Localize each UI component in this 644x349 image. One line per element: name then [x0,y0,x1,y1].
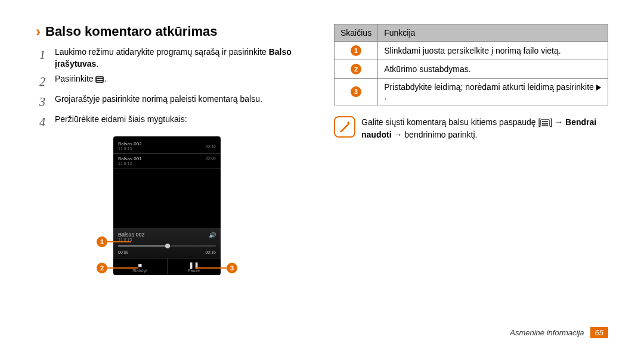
row3-text-b: . [384,92,386,101]
table-row: 2 Atkūrimo sustabdymas. [335,60,608,79]
svg-rect-0 [347,121,350,124]
step-number: 4 [36,114,49,130]
play-icon [596,85,601,91]
table-header-number: Skaičius [335,24,378,42]
callout-line [107,241,131,242]
now-playing-title: Balsas 002 [118,232,216,238]
step-4: 4 Peržiūrėkite eidami šiais mygtukais: [36,114,310,130]
step4-text: Peržiūrėkite eidami šiais mygtukais: [55,114,310,130]
track-name: Balsas 001 [118,156,142,161]
track-row: Balsas 002 11 8 13 00:16 [113,139,221,154]
step-body: Laukimo režimu atidarykite programų sąra… [55,46,310,70]
menu-icon [540,119,550,126]
row1-text: Slinkdami juosta persikelkite į norimą f… [378,42,608,60]
step3-text: Grojaraštyje pasirinkite norimą paleisti… [55,94,310,110]
time-total: 00:16 [205,250,216,254]
footer-page-number: 65 [590,327,608,338]
page-footer: Asmeninė informacija 65 [510,327,608,338]
pause-label: Pauzė [188,269,200,273]
callout-3: 3 [227,263,237,273]
table-row: 1 Slinkdami juosta persikelkite į norimą… [335,42,608,60]
pause-button: ❚❚ Pauzė [168,258,221,275]
row-badge-2: 2 [351,64,361,74]
callout-label: 3 [230,264,234,272]
table-row: 3 Pristabdykite leidimą; norėdami atkurt… [335,79,608,105]
heading-title: Balso komentaro atkūrimas [45,24,218,39]
note-line1-b: ] → [550,117,565,127]
step-2: 2 Pasirinkite . [36,73,310,90]
track-duration: 00:06 [205,156,216,166]
note-icon [334,116,355,138]
callout-label: 1 [100,238,104,245]
track-date: 11 8 13 [118,161,142,166]
now-playing-date: 11 8 13 [118,238,216,242]
note-rest: → bendrinimo parinktį. [392,130,478,139]
step-number: 1 [36,46,49,70]
callout-line [196,267,227,269]
step-1: 1 Laukimo režimu atidarykite programų są… [36,46,310,70]
track-row: Balsas 001 11 8 13 00:06 [113,154,221,169]
callout-line [107,267,138,269]
track-duration: 00:16 [205,144,216,148]
list-icon [95,76,104,83]
phone-screenshot: Balsas 002 11 8 13 00:16 Balsas 001 11 8… [113,136,233,275]
callout-label: 2 [100,264,104,272]
footer-section: Asmeninė informacija [510,328,584,337]
volume-icon: 🔊 [209,232,216,238]
table-header-function: Funkcija [378,24,608,42]
row3-text: Pristabdykite leidimą; norėdami atkurti … [378,79,608,105]
track-date: 11 8 13 [118,147,142,151]
row-badge-1: 1 [351,45,361,56]
chevron-right-icon: › [36,24,41,39]
step-body: Pasirinkite . [55,73,310,90]
step-3: 3 Grojaraštyje pasirinkite norimą paleis… [36,94,310,110]
now-playing-panel: 🔊 Balsas 002 11 8 13 00:08 00:16 [113,228,221,258]
stop-label: Stabdyti [132,269,147,273]
callout-1: 1 [97,236,107,247]
playback-controls: ■ Stabdyti ❚❚ Pauzė [113,258,221,275]
seek-slider [118,244,216,248]
track-name: Balsas 002 [118,141,142,147]
row2-text: Atkūrimo sustabdymas. [378,60,608,79]
row3-text-a: Pristabdykite leidimą; norėdami atkurti … [384,82,596,92]
step2-text: Pasirinkite [55,74,94,83]
note-line1-a: Galite siųsti komentarą balsu kitiems pa… [361,117,540,127]
info-note: Galite siųsti komentarą balsu kitiems pa… [334,116,608,141]
section-heading: › Balso komentaro atkūrimas [36,24,310,39]
row-badge-3: 3 [351,86,361,97]
callout-2: 2 [97,263,107,273]
time-elapsed: 00:08 [118,250,129,254]
function-table: Skaičius Funkcija 1 Slinkdami juosta per… [334,24,608,105]
stop-button: ■ Stabdyti [113,258,168,275]
note-body: Galite siųsti komentarą balsu kitiems pa… [361,116,608,141]
step-number: 2 [36,73,49,90]
step-number: 3 [36,94,49,110]
step1-text-pre: Laukimo režimu atidarykite programų sąra… [55,47,269,57]
